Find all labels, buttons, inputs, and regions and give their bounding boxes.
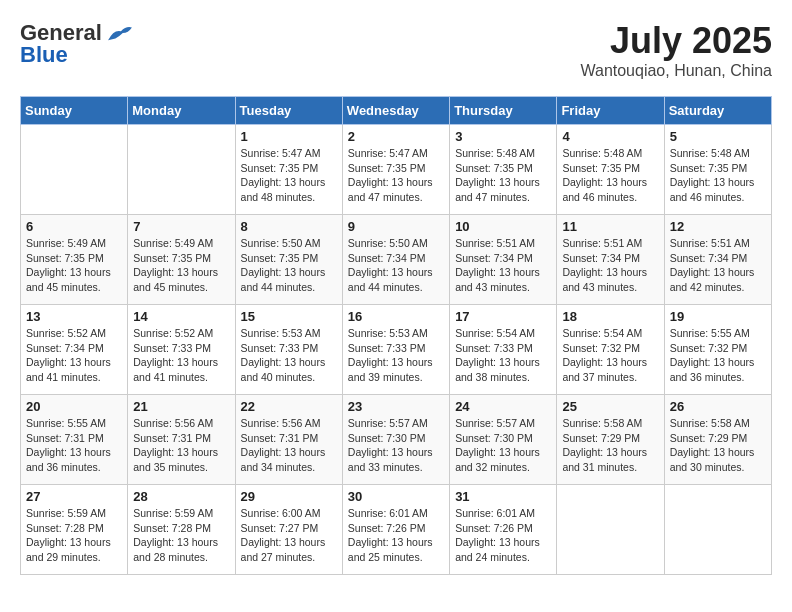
calendar-cell <box>664 485 771 575</box>
calendar-cell: 28Sunrise: 5:59 AM Sunset: 7:28 PM Dayli… <box>128 485 235 575</box>
calendar-cell: 14Sunrise: 5:52 AM Sunset: 7:33 PM Dayli… <box>128 305 235 395</box>
day-info: Sunrise: 5:57 AM Sunset: 7:30 PM Dayligh… <box>455 416 551 475</box>
day-number: 20 <box>26 399 122 414</box>
calendar-cell: 3Sunrise: 5:48 AM Sunset: 7:35 PM Daylig… <box>450 125 557 215</box>
calendar-cell: 15Sunrise: 5:53 AM Sunset: 7:33 PM Dayli… <box>235 305 342 395</box>
day-info: Sunrise: 5:52 AM Sunset: 7:33 PM Dayligh… <box>133 326 229 385</box>
day-number: 9 <box>348 219 444 234</box>
day-info: Sunrise: 5:58 AM Sunset: 7:29 PM Dayligh… <box>562 416 658 475</box>
weekday-header-saturday: Saturday <box>664 97 771 125</box>
calendar-cell: 7Sunrise: 5:49 AM Sunset: 7:35 PM Daylig… <box>128 215 235 305</box>
calendar-cell <box>21 125 128 215</box>
day-number: 31 <box>455 489 551 504</box>
day-info: Sunrise: 5:51 AM Sunset: 7:34 PM Dayligh… <box>562 236 658 295</box>
day-number: 15 <box>241 309 337 324</box>
day-number: 4 <box>562 129 658 144</box>
day-number: 17 <box>455 309 551 324</box>
location-title: Wantouqiao, Hunan, China <box>580 62 772 80</box>
day-number: 14 <box>133 309 229 324</box>
calendar-cell: 27Sunrise: 5:59 AM Sunset: 7:28 PM Dayli… <box>21 485 128 575</box>
day-number: 10 <box>455 219 551 234</box>
calendar-cell: 2Sunrise: 5:47 AM Sunset: 7:35 PM Daylig… <box>342 125 449 215</box>
day-info: Sunrise: 5:54 AM Sunset: 7:33 PM Dayligh… <box>455 326 551 385</box>
day-number: 1 <box>241 129 337 144</box>
title-section: July 2025 Wantouqiao, Hunan, China <box>580 20 772 80</box>
calendar-cell: 22Sunrise: 5:56 AM Sunset: 7:31 PM Dayli… <box>235 395 342 485</box>
calendar-cell: 31Sunrise: 6:01 AM Sunset: 7:26 PM Dayli… <box>450 485 557 575</box>
day-number: 27 <box>26 489 122 504</box>
day-number: 22 <box>241 399 337 414</box>
calendar-week-3: 13Sunrise: 5:52 AM Sunset: 7:34 PM Dayli… <box>21 305 772 395</box>
day-number: 7 <box>133 219 229 234</box>
day-info: Sunrise: 5:50 AM Sunset: 7:35 PM Dayligh… <box>241 236 337 295</box>
day-number: 13 <box>26 309 122 324</box>
calendar-table: SundayMondayTuesdayWednesdayThursdayFrid… <box>20 96 772 575</box>
day-number: 11 <box>562 219 658 234</box>
calendar-week-1: 1Sunrise: 5:47 AM Sunset: 7:35 PM Daylig… <box>21 125 772 215</box>
day-number: 6 <box>26 219 122 234</box>
day-number: 24 <box>455 399 551 414</box>
day-number: 21 <box>133 399 229 414</box>
day-number: 28 <box>133 489 229 504</box>
calendar-cell: 29Sunrise: 6:00 AM Sunset: 7:27 PM Dayli… <box>235 485 342 575</box>
day-info: Sunrise: 5:55 AM Sunset: 7:32 PM Dayligh… <box>670 326 766 385</box>
calendar-cell: 21Sunrise: 5:56 AM Sunset: 7:31 PM Dayli… <box>128 395 235 485</box>
day-number: 29 <box>241 489 337 504</box>
day-number: 19 <box>670 309 766 324</box>
day-info: Sunrise: 5:59 AM Sunset: 7:28 PM Dayligh… <box>26 506 122 565</box>
day-info: Sunrise: 5:50 AM Sunset: 7:34 PM Dayligh… <box>348 236 444 295</box>
day-info: Sunrise: 5:47 AM Sunset: 7:35 PM Dayligh… <box>241 146 337 205</box>
calendar-cell: 12Sunrise: 5:51 AM Sunset: 7:34 PM Dayli… <box>664 215 771 305</box>
day-info: Sunrise: 6:01 AM Sunset: 7:26 PM Dayligh… <box>348 506 444 565</box>
day-info: Sunrise: 5:48 AM Sunset: 7:35 PM Dayligh… <box>670 146 766 205</box>
day-info: Sunrise: 5:49 AM Sunset: 7:35 PM Dayligh… <box>133 236 229 295</box>
day-info: Sunrise: 5:53 AM Sunset: 7:33 PM Dayligh… <box>241 326 337 385</box>
calendar-cell: 26Sunrise: 5:58 AM Sunset: 7:29 PM Dayli… <box>664 395 771 485</box>
day-info: Sunrise: 5:51 AM Sunset: 7:34 PM Dayligh… <box>455 236 551 295</box>
calendar-cell: 8Sunrise: 5:50 AM Sunset: 7:35 PM Daylig… <box>235 215 342 305</box>
calendar-cell: 18Sunrise: 5:54 AM Sunset: 7:32 PM Dayli… <box>557 305 664 395</box>
calendar-week-4: 20Sunrise: 5:55 AM Sunset: 7:31 PM Dayli… <box>21 395 772 485</box>
day-info: Sunrise: 5:49 AM Sunset: 7:35 PM Dayligh… <box>26 236 122 295</box>
day-info: Sunrise: 5:48 AM Sunset: 7:35 PM Dayligh… <box>562 146 658 205</box>
day-info: Sunrise: 5:59 AM Sunset: 7:28 PM Dayligh… <box>133 506 229 565</box>
day-info: Sunrise: 5:57 AM Sunset: 7:30 PM Dayligh… <box>348 416 444 475</box>
day-number: 18 <box>562 309 658 324</box>
logo-bird-icon <box>106 22 134 44</box>
calendar-cell: 9Sunrise: 5:50 AM Sunset: 7:34 PM Daylig… <box>342 215 449 305</box>
weekday-header-thursday: Thursday <box>450 97 557 125</box>
calendar-cell: 1Sunrise: 5:47 AM Sunset: 7:35 PM Daylig… <box>235 125 342 215</box>
calendar-cell: 17Sunrise: 5:54 AM Sunset: 7:33 PM Dayli… <box>450 305 557 395</box>
day-info: Sunrise: 6:01 AM Sunset: 7:26 PM Dayligh… <box>455 506 551 565</box>
logo-blue-text: Blue <box>20 42 68 67</box>
weekday-header-row: SundayMondayTuesdayWednesdayThursdayFrid… <box>21 97 772 125</box>
calendar-cell: 6Sunrise: 5:49 AM Sunset: 7:35 PM Daylig… <box>21 215 128 305</box>
day-info: Sunrise: 5:47 AM Sunset: 7:35 PM Dayligh… <box>348 146 444 205</box>
weekday-header-friday: Friday <box>557 97 664 125</box>
page-header: General Blue July 2025 Wantouqiao, Hunan… <box>20 20 772 80</box>
day-info: Sunrise: 5:52 AM Sunset: 7:34 PM Dayligh… <box>26 326 122 385</box>
calendar-cell <box>557 485 664 575</box>
calendar-week-2: 6Sunrise: 5:49 AM Sunset: 7:35 PM Daylig… <box>21 215 772 305</box>
calendar-cell: 16Sunrise: 5:53 AM Sunset: 7:33 PM Dayli… <box>342 305 449 395</box>
day-info: Sunrise: 5:54 AM Sunset: 7:32 PM Dayligh… <box>562 326 658 385</box>
day-info: Sunrise: 5:56 AM Sunset: 7:31 PM Dayligh… <box>133 416 229 475</box>
day-number: 8 <box>241 219 337 234</box>
day-number: 2 <box>348 129 444 144</box>
day-info: Sunrise: 6:00 AM Sunset: 7:27 PM Dayligh… <box>241 506 337 565</box>
day-number: 5 <box>670 129 766 144</box>
calendar-cell: 19Sunrise: 5:55 AM Sunset: 7:32 PM Dayli… <box>664 305 771 395</box>
calendar-cell: 25Sunrise: 5:58 AM Sunset: 7:29 PM Dayli… <box>557 395 664 485</box>
calendar-cell: 5Sunrise: 5:48 AM Sunset: 7:35 PM Daylig… <box>664 125 771 215</box>
calendar-cell: 30Sunrise: 6:01 AM Sunset: 7:26 PM Dayli… <box>342 485 449 575</box>
calendar-cell <box>128 125 235 215</box>
day-number: 3 <box>455 129 551 144</box>
logo: General Blue <box>20 20 134 68</box>
calendar-cell: 11Sunrise: 5:51 AM Sunset: 7:34 PM Dayli… <box>557 215 664 305</box>
day-number: 12 <box>670 219 766 234</box>
day-number: 23 <box>348 399 444 414</box>
weekday-header-sunday: Sunday <box>21 97 128 125</box>
day-number: 26 <box>670 399 766 414</box>
weekday-header-monday: Monday <box>128 97 235 125</box>
weekday-header-tuesday: Tuesday <box>235 97 342 125</box>
